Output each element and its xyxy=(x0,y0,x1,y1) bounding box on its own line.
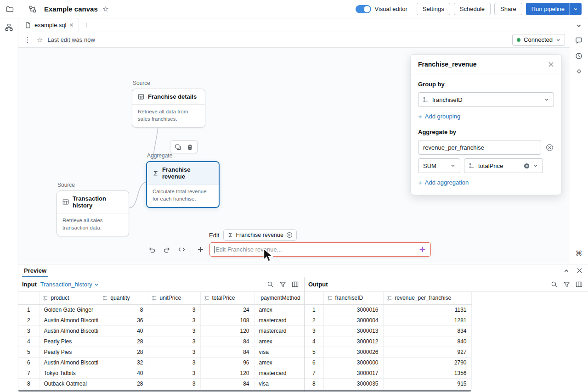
row-number: 5 xyxy=(305,347,323,357)
aggregate-column-select[interactable]: totalPrice xyxy=(464,158,543,173)
table-cell: 96 xyxy=(200,357,254,368)
aggregate-function-select[interactable]: SUM xyxy=(418,158,460,173)
favorite-star-icon[interactable]: ☆ xyxy=(102,6,109,13)
column-header[interactable]: totalPrice xyxy=(200,292,254,304)
filter-icon[interactable] xyxy=(279,281,286,288)
tab-close-icon[interactable] xyxy=(69,23,74,27)
shortcuts-icon[interactable]: ⌘ xyxy=(576,249,582,258)
assistant-icon[interactable] xyxy=(576,68,582,75)
column-header[interactable]: unitPrice xyxy=(148,292,200,304)
settings-button[interactable]: Settings xyxy=(417,3,450,15)
dag-icon xyxy=(5,23,13,31)
duplicate-node-button[interactable] xyxy=(173,142,183,151)
connection-status-dropdown[interactable]: Connected xyxy=(512,34,565,46)
visual-editor-toggle[interactable] xyxy=(356,5,371,13)
visual-editor-label: Visual editor xyxy=(375,6,407,12)
preview-tab-label: Preview xyxy=(24,267,46,274)
selected-step-chip[interactable]: Franchise revenue xyxy=(223,230,297,241)
step-config-panel: Franchise_revenue Group by franchiseID +… xyxy=(410,54,562,195)
table-cell: 3000000 xyxy=(323,357,383,368)
undo-button[interactable] xyxy=(147,244,158,255)
group-by-select[interactable]: franchiseID xyxy=(418,92,554,107)
add-grouping-button[interactable]: + Add grouping xyxy=(418,113,460,120)
bookmark-star-icon[interactable]: ☆ xyxy=(37,36,43,44)
table-cell: 84 xyxy=(200,347,254,357)
pipeline-canvas[interactable]: Source Franchise details Retrieve all da… xyxy=(18,48,570,264)
node-franchise-revenue[interactable]: Aggregate Franchise revenue Calculate to… xyxy=(146,152,220,208)
input-source-dropdown[interactable]: Transaction_history xyxy=(40,281,99,288)
collapse-panel-icon[interactable] xyxy=(576,23,582,28)
page-title: Example canvas xyxy=(44,5,98,13)
node-actions-toolbar xyxy=(170,140,198,153)
table-cell: amex xyxy=(254,304,304,315)
table-cell: 36 xyxy=(99,315,148,325)
table-cell: 3 xyxy=(148,347,200,357)
pipeline-dag-button[interactable] xyxy=(3,21,15,33)
column-header[interactable]: franchiseID xyxy=(323,292,383,304)
folder-icon xyxy=(6,5,14,13)
aggregation-name-input[interactable] xyxy=(418,140,541,155)
columns-icon[interactable] xyxy=(576,281,582,288)
code-view-button[interactable] xyxy=(176,244,187,255)
top-bar-actions: Visual editor Settings Schedule Share Ru… xyxy=(356,3,582,15)
search-icon[interactable] xyxy=(551,281,558,288)
remove-step-icon[interactable] xyxy=(286,232,293,238)
filter-icon[interactable] xyxy=(563,281,570,288)
table-cell: mastercard xyxy=(254,325,304,336)
table-row: 130000161131 xyxy=(305,304,471,315)
ai-edit-input[interactable] xyxy=(215,246,419,253)
table-row: 6Austin Almond Biscotti32396amex xyxy=(18,357,304,368)
table-cell: Austin Almond Biscotti xyxy=(39,315,99,325)
run-pipeline-button[interactable]: Run pipeline xyxy=(526,3,582,15)
table-cell: mastercard xyxy=(254,315,304,325)
column-header[interactable]: product xyxy=(39,292,99,304)
tab-preview[interactable]: Preview xyxy=(20,264,50,277)
remove-aggregation-icon[interactable] xyxy=(545,143,554,152)
clear-column-icon[interactable] xyxy=(524,163,530,169)
add-step-button[interactable] xyxy=(195,244,206,255)
table-cell: 927 xyxy=(383,347,471,357)
table-row: 53000026927 xyxy=(305,347,471,357)
table-cell: 84 xyxy=(200,378,254,389)
connected-dot xyxy=(517,38,520,42)
row-number: 7 xyxy=(305,368,323,378)
columns-icon[interactable] xyxy=(292,281,299,288)
add-aggregation-button[interactable]: + Add aggregation xyxy=(418,179,469,186)
undo-icon xyxy=(148,246,156,253)
preview-header: Preview xyxy=(18,264,588,277)
ai-sparkle-icon[interactable] xyxy=(419,246,426,253)
run-pipeline-chevron-icon[interactable] xyxy=(569,3,582,15)
table-row: 8Outback Oatmeal28384visa xyxy=(18,378,304,389)
tab-example-sql[interactable]: example.sql xyxy=(18,18,79,32)
version-history-icon[interactable] xyxy=(575,52,582,60)
table-cell: 915 xyxy=(383,378,471,389)
output-table: franchiseID revenue_per_franchise 130000… xyxy=(305,292,472,389)
table-cell: 3 xyxy=(148,378,200,389)
right-rail: ⌘ xyxy=(570,18,588,264)
redo-button[interactable] xyxy=(161,244,172,255)
panel-close-icon[interactable] xyxy=(548,62,554,67)
more-options-icon[interactable]: ⋮ xyxy=(23,36,32,44)
column-header[interactable]: paymentMethod xyxy=(254,292,304,304)
table-cell: visa xyxy=(254,378,304,389)
table-cell: Austin Almond Biscotti xyxy=(39,325,99,336)
comments-icon[interactable] xyxy=(575,37,582,44)
input-source-label: Transaction_history xyxy=(40,281,92,288)
horizontal-scrollbar[interactable] xyxy=(18,390,471,392)
column-header[interactable]: quantity xyxy=(99,292,148,304)
column-header[interactable]: revenue_per_franchise xyxy=(383,292,471,304)
last-edit-link[interactable]: Last edit was now xyxy=(47,36,95,43)
search-icon[interactable] xyxy=(267,281,274,288)
share-button[interactable]: Share xyxy=(494,3,522,15)
workspace-folder-button[interactable] xyxy=(4,3,16,15)
close-preview-icon[interactable] xyxy=(577,268,582,274)
schedule-button[interactable]: Schedule xyxy=(454,3,491,15)
table-cell: 84 xyxy=(200,336,254,347)
table-row: 230000041281 xyxy=(305,315,471,325)
expand-preview-icon[interactable] xyxy=(564,268,569,274)
node-franchise-details[interactable]: Source Franchise details Retrieve all da… xyxy=(132,80,205,128)
delete-node-button[interactable] xyxy=(185,142,195,151)
new-tab-button[interactable] xyxy=(79,18,93,32)
table-cell: 2790 xyxy=(383,357,471,368)
node-transaction-history[interactable]: Source Transaction history Retrieve all … xyxy=(57,182,129,236)
